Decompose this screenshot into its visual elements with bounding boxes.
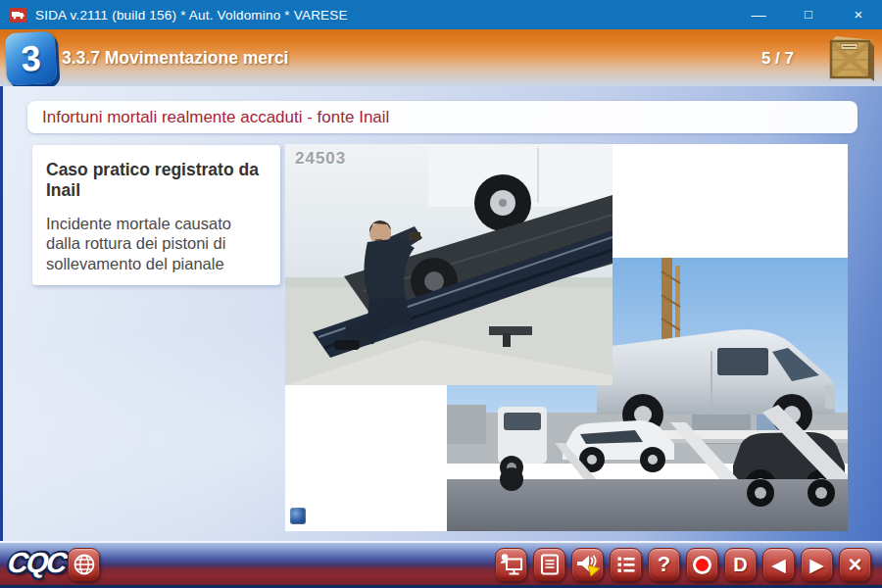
question-mark-icon: ? [658, 552, 670, 577]
classroom-presentation-button[interactable] [495, 548, 527, 581]
lesson-header: 3 3.3.7 Movimentazione merci 5 / 7 [0, 29, 882, 86]
left-arrow-icon: ◀ [771, 554, 786, 576]
minimize-button[interactable]: — [749, 0, 768, 29]
wooden-crate-icon [828, 33, 875, 82]
slide-area: Infortuni mortali realmente accaduti - f… [0, 86, 882, 541]
person-monitor-icon [499, 552, 524, 577]
speaker-yellow-arrow-icon [574, 552, 601, 578]
application-window: SIDA v.2111 (build 156) * Aut. Voldomino… [0, 0, 882, 588]
photo-collage: 24503 [285, 144, 848, 531]
truck-icon [9, 8, 27, 23]
document-icon [538, 553, 562, 576]
previous-button[interactable]: ◀ [762, 548, 795, 581]
record-button[interactable] [686, 548, 718, 581]
bullet-list-icon [614, 553, 638, 576]
case-text-panel: Caso pratico registrato da Inail Inciden… [32, 145, 280, 285]
right-arrow-icon: ▶ [809, 554, 824, 576]
window-controls: — □ × [749, 0, 868, 29]
toolbar-button-group: ? D ◀ ▶ × [495, 548, 871, 581]
help-button[interactable]: ? [648, 548, 680, 581]
module-3-badge-icon: 3 [5, 31, 58, 86]
page-indicator: 5 / 7 [761, 49, 794, 69]
photo-id-watermark: 24503 [295, 149, 346, 169]
text-page-button[interactable] [533, 548, 565, 581]
slide-heading: Infortuni mortali realmente accaduti - f… [42, 108, 389, 127]
photo-worker-flatbed [285, 144, 612, 385]
close-x-icon: × [848, 553, 861, 576]
publisher-stamp-icon [290, 508, 306, 524]
lesson-title: 3.3.7 Movimentazione merci [62, 48, 288, 69]
red-dot-icon [693, 556, 711, 574]
case-body: Incidente mortale causato dalla rottura … [46, 214, 260, 273]
language-globe-button[interactable] [68, 548, 100, 581]
exit-button[interactable]: × [839, 548, 871, 581]
next-button[interactable]: ▶ [801, 548, 833, 581]
audio-button[interactable] [571, 548, 604, 581]
dictionary-button[interactable]: D [724, 548, 757, 581]
close-button[interactable]: × [849, 0, 868, 29]
case-title: Caso pratico registrato da Inail [46, 160, 269, 201]
globe-icon [73, 553, 96, 576]
window-title: SIDA v.2111 (build 156) * Aut. Voldomino… [35, 8, 348, 23]
index-list-button[interactable] [610, 548, 642, 581]
titlebar: SIDA v.2111 (build 156) * Aut. Voldomino… [0, 0, 882, 29]
slide-heading-box: Infortuni mortali realmente accaduti - f… [27, 101, 858, 133]
bottom-toolbar: CQC [0, 541, 882, 585]
letter-d-icon: D [733, 554, 747, 576]
maximize-button[interactable]: □ [799, 0, 818, 29]
cqc-logo: CQC [6, 547, 67, 579]
